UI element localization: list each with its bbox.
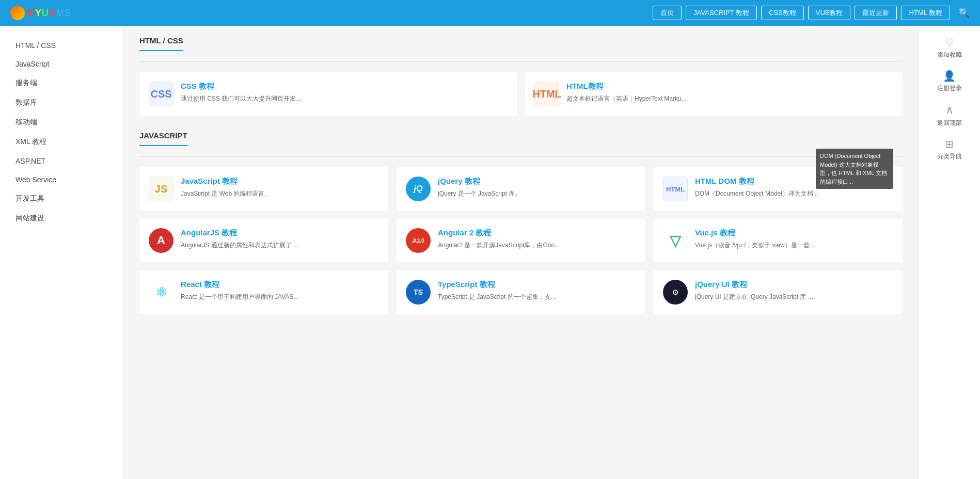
logo-circle <box>10 6 25 20</box>
card-title-jquery: jQuery 教程 <box>438 177 636 186</box>
card-content-angular2: Angular 2 教程 Angular2 是一款开源JavaScript库，由… <box>438 228 636 250</box>
sidebar-item-webservice[interactable]: Web Service <box>0 170 123 189</box>
html-icon: HTML <box>534 82 559 106</box>
sidebar-item-server[interactable]: 服务端 <box>0 73 123 93</box>
nav-home[interactable]: 首页 <box>653 6 682 20</box>
card-desc-html: 超文本标记语言（英语：HyperText Marku... <box>566 94 893 103</box>
card-title-javascript: JavaScript 教程 <box>181 177 379 186</box>
nav-html[interactable]: HTML 教程 <box>901 6 950 20</box>
bookmark-icon: ♡ <box>945 36 954 49</box>
action-top[interactable]: ∧ 返回顶部 <box>924 103 975 127</box>
card-desc-vuejs: Vue.js（读音 /vjuː/，类似于 view）是一套... <box>695 241 893 250</box>
main-nav: 首页 JAVASCRIPT 教程 CSS教程 VUE教程 最近更新 HTML 教… <box>653 6 970 20</box>
logo-text: MYUCMS <box>27 8 71 19</box>
card-css[interactable]: CSS CSS 教程 通过使用 CSS 我们可以大大提升网页开发... <box>139 72 517 116</box>
card-react[interactable]: ⚛ React 教程 React 是一个用于构建用户界面的 JAVAS... <box>139 270 388 314</box>
card-vuejs[interactable]: ▽ Vue.js 教程 Vue.js（读音 /vjuː/，类似于 view）是一… <box>654 219 903 262</box>
sidebar-item-xml[interactable]: XML 教程 <box>0 132 123 152</box>
angularjs-icon: A <box>149 228 173 253</box>
search-button[interactable]: 🔍 <box>958 7 970 19</box>
htmldom-icon: HTML <box>663 177 688 201</box>
card-jqueryui[interactable]: ⊙ jQuery UI 教程 jQuery UI 是建立在 jQuery Jav… <box>654 270 903 314</box>
nav-recent[interactable]: 最近更新 <box>855 6 897 20</box>
jqueryui-icon: ⊙ <box>663 280 688 305</box>
card-content-angularjs: AngularJS 教程 AngularJS 通过新的属性和表达式扩展了 ... <box>181 228 379 250</box>
top-icon: ∧ <box>945 103 954 117</box>
angular2-icon: A2.0 <box>406 228 431 253</box>
sidebar-item-aspnet[interactable]: ASP.NET <box>0 152 123 170</box>
main-content: HTML / CSS CSS CSS 教程 通过使用 CSS 我们可以大大提升网… <box>124 26 918 479</box>
sidebar-item-website[interactable]: 网站建设 <box>0 209 123 228</box>
card-title-react: React 教程 <box>181 280 379 290</box>
card-grid-javascript: JS JavaScript 教程 JavaScript 是 Web 的编程语言。… <box>139 167 903 314</box>
card-content-jquery: jQuery 教程 jQuery 是一个 JavaScript 库。 <box>438 177 636 198</box>
login-icon: 👤 <box>943 70 956 82</box>
card-content-html: HTML教程 超文本标记语言（英语：HyperText Marku... <box>566 82 893 103</box>
card-title-css: CSS 教程 <box>181 82 508 91</box>
card-desc-htmldom: DOM（Document Object Model）译为文档... <box>695 189 893 198</box>
section-divider <box>139 61 903 62</box>
card-title-angularjs: AngularJS 教程 <box>181 228 379 238</box>
sidebar: HTML / CSS JavaScript 服务端 数据库 移动端 XML 教程… <box>0 26 124 479</box>
react-icon: ⚛ <box>149 280 173 305</box>
htmldom-tooltip: DOM (Document Object Model) 这大文档对象模型，也 H… <box>816 149 893 189</box>
card-angular2[interactable]: A2.0 Angular 2 教程 Angular2 是一款开源JavaScri… <box>397 219 645 262</box>
card-desc-angularjs: AngularJS 通过新的属性和表达式扩展了 ... <box>181 241 379 250</box>
jquery-icon: jQ <box>406 177 431 201</box>
card-desc-jqueryui: jQuery UI 是建立在 jQuery JavaScript 库 ... <box>695 293 893 301</box>
card-desc-css: 通过使用 CSS 我们可以大大提升网页开发... <box>181 94 508 103</box>
categories-icon: ⊞ <box>945 138 954 150</box>
right-panel: ♡ 添加收藏 👤 注册登录 ∧ 返回顶部 ⊞ 分类导航 <box>918 26 980 479</box>
action-bookmark[interactable]: ♡ 添加收藏 <box>924 36 975 59</box>
sidebar-item-javascript[interactable]: JavaScript <box>0 55 123 73</box>
card-title-typescript: TypeScript 教程 <box>438 280 636 290</box>
card-content-css: CSS 教程 通过使用 CSS 我们可以大大提升网页开发... <box>181 82 508 103</box>
card-content-javascript: JavaScript 教程 JavaScript 是 Web 的编程语言。 <box>181 177 379 198</box>
sidebar-item-devtools[interactable]: 开发工具 <box>0 189 123 209</box>
card-jquery[interactable]: jQ jQuery 教程 jQuery 是一个 JavaScript 库。 <box>397 167 645 211</box>
card-title-angular2: Angular 2 教程 <box>438 228 636 238</box>
card-desc-javascript: JavaScript 是 Web 的编程语言。 <box>181 189 379 198</box>
card-content-jqueryui: jQuery UI 教程 jQuery UI 是建立在 jQuery JavaS… <box>695 280 893 301</box>
nav-css[interactable]: CSS教程 <box>761 6 804 20</box>
card-javascript[interactable]: JS JavaScript 教程 JavaScript 是 Web 的编程语言。 <box>139 167 388 211</box>
card-content-vuejs: Vue.js 教程 Vue.js（读音 /vjuː/，类似于 view）是一套.… <box>695 228 893 250</box>
vuejs-icon: ▽ <box>663 228 688 253</box>
sidebar-item-mobile[interactable]: 移动端 <box>0 113 123 132</box>
card-typescript[interactable]: TS TypeScript 教程 TypeScript 是 JavaScript… <box>397 270 645 314</box>
section-javascript: JAVASCRIPT JS JavaScript 教程 JavaScript 是… <box>139 131 903 314</box>
section-title-javascript: JAVASCRIPT <box>139 131 187 146</box>
card-grid-html-css: CSS CSS 教程 通过使用 CSS 我们可以大大提升网页开发... HTML… <box>139 72 903 116</box>
sidebar-item-html-css[interactable]: HTML / CSS <box>0 36 123 55</box>
card-content-typescript: TypeScript 教程 TypeScript 是 JavaScript 的一… <box>438 280 636 301</box>
sidebar-item-database[interactable]: 数据库 <box>0 93 123 113</box>
card-title-jqueryui: jQuery UI 教程 <box>695 280 893 290</box>
card-desc-typescript: TypeScript 是 JavaScript 的一个超集，支... <box>438 293 636 301</box>
card-angularjs[interactable]: A AngularJS 教程 AngularJS 通过新的属性和表达式扩展了 .… <box>139 219 388 262</box>
card-html[interactable]: HTML HTML教程 超文本标记语言（英语：HyperText Marku..… <box>525 72 903 116</box>
card-desc-jquery: jQuery 是一个 JavaScript 库。 <box>438 189 636 198</box>
action-categories[interactable]: ⊞ 分类导航 <box>924 138 975 161</box>
logo: MYUCMS <box>10 6 71 20</box>
card-content-react: React 教程 React 是一个用于构建用户界面的 JAVAS... <box>181 280 379 301</box>
card-title-vuejs: Vue.js 教程 <box>695 228 893 238</box>
section-divider-js <box>139 156 903 157</box>
section-title-html-css: HTML / CSS <box>139 36 183 51</box>
card-desc-react: React 是一个用于构建用户界面的 JAVAS... <box>181 293 379 301</box>
nav-vue[interactable]: VUE教程 <box>808 6 851 20</box>
card-title-html: HTML教程 <box>566 82 893 91</box>
nav-js[interactable]: JAVASCRIPT 教程 <box>686 6 757 20</box>
section-html-css: HTML / CSS CSS CSS 教程 通过使用 CSS 我们可以大大提升网… <box>139 36 903 116</box>
top-label: 返回顶部 <box>937 119 962 127</box>
typescript-icon: TS <box>406 280 431 305</box>
js-icon: JS <box>149 177 173 201</box>
categories-label: 分类导航 <box>937 152 962 161</box>
bookmark-label: 添加收藏 <box>937 51 962 59</box>
header: MYUCMS 首页 JAVASCRIPT 教程 CSS教程 VUE教程 最近更新… <box>0 0 980 26</box>
login-label: 注册登录 <box>937 84 962 93</box>
layout: HTML / CSS JavaScript 服务端 数据库 移动端 XML 教程… <box>0 26 980 479</box>
card-desc-angular2: Angular2 是一款开源JavaScript库，由Goo... <box>438 241 636 250</box>
css-icon: CSS <box>149 82 173 106</box>
action-login[interactable]: 👤 注册登录 <box>924 70 975 93</box>
card-htmldom[interactable]: HTML HTML DOM 教程 DOM（Document Object Mod… <box>654 167 903 211</box>
